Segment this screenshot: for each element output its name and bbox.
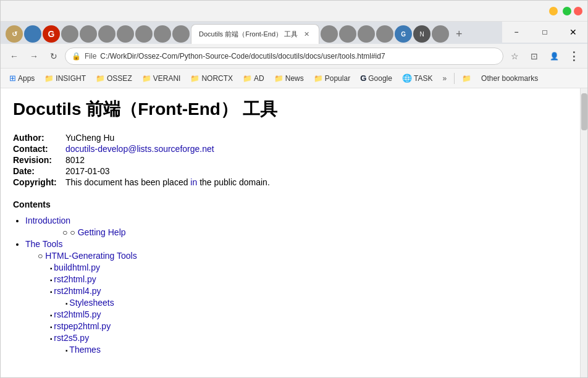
tab-inactive-17[interactable] <box>432 25 449 43</box>
toc-item-rst2html: ▪ rst2html.py <box>50 274 568 284</box>
tab-inactive-16[interactable]: N <box>413 25 430 43</box>
meta-revision-row: Revision: 8012 <box>13 155 568 165</box>
bookmark-ad[interactable]: 📁 AD <box>239 73 268 84</box>
bookmark-norctx[interactable]: 📁 NORCTX <box>187 73 237 84</box>
page-content: Docutils 前端（Front-End） 工具 Author: YuChen… <box>1 88 580 377</box>
ad-folder-icon: 📁 <box>243 74 252 83</box>
scrollbar-thumb[interactable] <box>581 93 587 130</box>
other-bookmarks-folder-icon-wrap: 📁 <box>458 73 475 84</box>
bookmark-ossez-label: OSSEZ <box>107 74 132 83</box>
nav-bar: ← → ↻ 🔒 File C:/WorkDir/Ossez-Com/Python… <box>1 44 587 69</box>
toc-link-the-tools[interactable]: The Tools <box>25 239 62 249</box>
apps-icon: ⊞ <box>9 74 16 83</box>
toc-link-rst2html4[interactable]: rst2html4.py <box>54 286 101 296</box>
toc-item-the-tools: The Tools ○ HTML-Generating Tools ▪ buil… <box>25 239 568 355</box>
reload-button[interactable]: ↻ <box>45 48 62 65</box>
bookmark-task[interactable]: 🌐 TASK <box>398 72 436 84</box>
tab-inactive-8[interactable] <box>135 25 153 43</box>
toc-link-rst2s5[interactable]: rst2s5.py <box>54 333 89 343</box>
other-bookmarks-button[interactable]: Other bookmarks <box>477 73 542 84</box>
tab-inactive-3[interactable]: G <box>43 25 60 43</box>
bookmark-apps[interactable]: ⊞ Apps <box>6 72 38 84</box>
close-button[interactable] <box>574 7 582 15</box>
active-tab-label: Docutils 前端（Front-End） 工具 <box>199 30 298 39</box>
maximize-button[interactable] <box>563 7 571 15</box>
toc-link-html-tools[interactable]: HTML-Generating Tools <box>45 251 136 261</box>
tab-inactive-13[interactable] <box>358 25 375 43</box>
window-minimize-button[interactable]: − <box>502 22 531 43</box>
forward-button[interactable]: → <box>25 48 43 65</box>
tab-inactive-9[interactable] <box>154 25 171 43</box>
content-area: Docutils 前端（Front-End） 工具 Author: YuChen… <box>1 88 587 377</box>
bookmark-ossez[interactable]: 📁 OSSEZ <box>92 73 136 84</box>
toc-link-themes[interactable]: Themes <box>69 345 101 355</box>
menu-button[interactable]: ⋮ <box>565 48 582 65</box>
customize-button[interactable]: ⊡ <box>526 48 543 65</box>
scrollbar[interactable] <box>580 88 587 377</box>
tab-inactive-2[interactable] <box>24 25 41 43</box>
tab-inactive-11[interactable] <box>321 25 338 43</box>
tab-inactive-10[interactable] <box>172 25 190 43</box>
toc-link-introduction[interactable]: Introduction <box>25 216 70 225</box>
copyright-value: This document has been placed in the pub… <box>65 177 270 187</box>
meta-table: Author: YuCheng Hu Contact: docutils-dev… <box>13 133 568 187</box>
meta-date-row: Date: 2017-01-03 <box>13 166 568 176</box>
back-button[interactable]: ← <box>6 48 23 65</box>
bookmark-popular[interactable]: 📁 Popular <box>310 73 354 84</box>
bookmark-popular-label: Popular <box>325 74 350 83</box>
bookmarks-separator <box>454 73 455 84</box>
tab-active[interactable]: Docutils 前端（Front-End） 工具 ✕ <box>191 24 319 44</box>
tab-inactive-1[interactable]: ↺ <box>6 25 23 43</box>
address-text: C:/WorkDir/Ossez-Com/Python-Source-Code/… <box>100 52 385 61</box>
browser-window: − ↺ G Docutils 前端（Front-End） 工具 ✕ G N + <box>0 0 588 378</box>
bookmark-ad-label: AD <box>254 74 264 83</box>
bookmark-google[interactable]: G Google <box>356 72 396 84</box>
page-title: Docutils 前端（Front-End） 工具 <box>13 98 568 120</box>
toc-link-rst2html[interactable]: rst2html.py <box>54 274 96 284</box>
toc-link-rst2html5[interactable]: rst2html5.py <box>54 309 101 319</box>
bookmark-star-button[interactable]: ☆ <box>506 48 523 65</box>
norctx-folder-icon: 📁 <box>190 74 200 83</box>
tab-inactive-12[interactable] <box>339 25 356 43</box>
window-close-button[interactable]: ✕ <box>559 22 587 43</box>
tab-close-button[interactable]: ✕ <box>301 30 311 40</box>
toc-item-getting-help: ○ Getting Help <box>62 227 568 237</box>
toc-item-rst2s5: ▪ rst2s5.py ▪ Themes <box>50 333 568 355</box>
revision-value: 8012 <box>65 155 85 165</box>
minimize-button[interactable]: − <box>549 7 558 15</box>
tab-inactive-14[interactable] <box>376 25 393 43</box>
address-bar[interactable]: 🔒 File C:/WorkDir/Ossez-Com/Python-Sourc… <box>65 48 503 65</box>
tab-inactive-4[interactable] <box>61 25 78 43</box>
toc-item-introduction: Introduction ○ Getting Help <box>25 216 568 237</box>
toc-link-stylesheets[interactable]: Stylesheets <box>69 298 114 308</box>
toc-link-rstpep2html[interactable]: rstpep2html.py <box>54 321 111 331</box>
bookmark-norctx-label: NORCTX <box>201 74 233 83</box>
google-icon: G <box>360 74 366 83</box>
tab-inactive-6[interactable] <box>98 25 116 43</box>
news-folder-icon: 📁 <box>274 74 284 83</box>
ossez-folder-icon: 📁 <box>96 74 105 83</box>
bookmark-insight[interactable]: 📁 INSIGHT <box>41 73 90 84</box>
copyright-label: Copyright: <box>13 177 65 187</box>
protocol-icon: 🔒 <box>72 52 81 61</box>
bookmark-news-label: News <box>285 74 304 83</box>
popular-folder-icon: 📁 <box>314 74 323 83</box>
bookmark-verani[interactable]: 📁 VERANI <box>138 73 185 84</box>
avatar-button[interactable]: 👤 <box>545 48 563 65</box>
tab-inactive-5[interactable] <box>80 25 97 43</box>
window-maximize-button[interactable]: □ <box>531 22 559 43</box>
bookmarks-bar: ⊞ Apps 📁 INSIGHT 📁 OSSEZ 📁 VERANI 📁 NORC… <box>1 69 587 88</box>
verani-folder-icon: 📁 <box>142 74 151 83</box>
toc-link-buildhtml[interactable]: buildhtml.py <box>54 262 100 272</box>
toc-link-getting-help[interactable]: Getting Help <box>78 227 126 237</box>
new-tab-button[interactable]: + <box>450 25 468 43</box>
bookmark-news[interactable]: 📁 News <box>271 73 308 84</box>
bookmarks-more-button[interactable]: » <box>439 73 450 84</box>
toc-item-html-tools: ○ HTML-Generating Tools ▪ buildhtml.py ▪… <box>38 251 568 355</box>
contact-link[interactable]: docutils-develop@lists.sourceforge.net <box>65 144 214 154</box>
meta-contact-row: Contact: docutils-develop@lists.sourcefo… <box>13 144 568 154</box>
toc-item-buildhtml: ▪ buildhtml.py <box>50 262 568 272</box>
tab-inactive-7[interactable] <box>117 25 134 43</box>
author-label: Author: <box>13 133 65 143</box>
tab-inactive-15[interactable]: G <box>395 25 412 43</box>
